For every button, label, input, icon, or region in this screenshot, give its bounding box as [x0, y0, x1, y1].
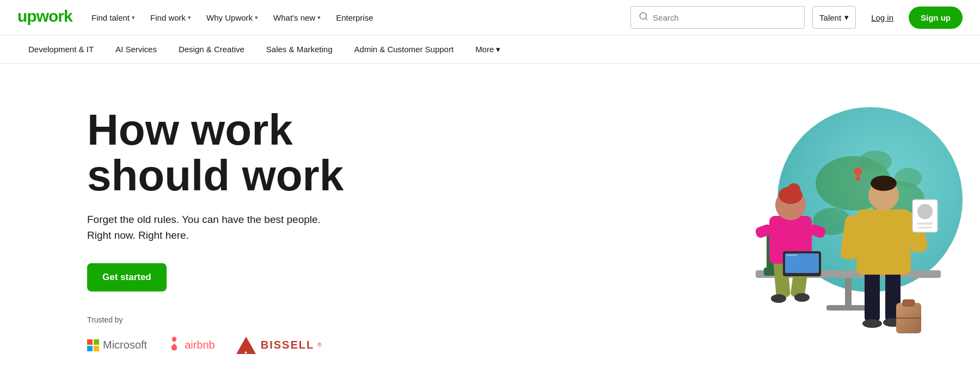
airbnb-text: airbnb	[185, 339, 215, 351]
find-work-chevron-icon: ▾	[188, 14, 191, 21]
svg-point-19	[771, 294, 786, 303]
hero-title: How work should work	[87, 107, 344, 198]
airbnb-logo: airbnb	[167, 336, 215, 355]
svg-rect-14	[826, 305, 870, 311]
airbnb-icon	[167, 336, 182, 355]
search-box[interactable]	[630, 6, 805, 29]
subnav-item-admin[interactable]: Admin & Customer Support	[344, 35, 465, 63]
nav-enterprise[interactable]: Enterprise	[336, 13, 373, 22]
subnav-item-ai[interactable]: AI Services	[105, 35, 168, 63]
search-input[interactable]	[653, 13, 797, 22]
svg-line-2	[646, 18, 647, 20]
microsoft-logo: Microsoft	[87, 339, 147, 351]
login-button[interactable]: Log in	[863, 9, 901, 27]
svg-rect-28	[785, 253, 819, 273]
upwork-logo[interactable]: upwork	[17, 7, 76, 29]
signup-button[interactable]: Sign up	[909, 7, 963, 29]
svg-rect-34	[856, 209, 911, 275]
bissell-logo: ▲ BISSELL ®	[235, 334, 322, 357]
subnav: Development & IT AI Services Design & Cr…	[0, 35, 980, 64]
trusted-section: Trusted by Microsoft	[87, 291, 344, 357]
nav-right: Talent ▾ Log in Sign up	[630, 6, 963, 29]
hero-section: How work should work Forget the old rule…	[0, 64, 980, 378]
nav-whats-new[interactable]: What's new ▾	[273, 13, 321, 22]
more-chevron-icon: ▾	[496, 45, 500, 54]
subnav-item-design[interactable]: Design & Creative	[168, 35, 255, 63]
hero-svg	[712, 91, 963, 352]
svg-rect-29	[786, 255, 797, 256]
nav-left: upwork Find talent ▾ Find work ▾ Why Upw…	[17, 7, 373, 29]
svg-text:upwork: upwork	[17, 7, 73, 25]
svg-rect-42	[918, 227, 932, 228]
svg-point-32	[862, 319, 882, 328]
svg-rect-30	[865, 270, 880, 322]
subnav-item-sales[interactable]: Sales & Marketing	[255, 35, 344, 63]
svg-point-38	[871, 176, 897, 191]
subnav-item-dev-it[interactable]: Development & IT	[17, 35, 105, 63]
talent-dropdown[interactable]: Talent ▾	[812, 6, 856, 29]
hero-illustration	[712, 91, 963, 330]
talent-chevron-icon: ▾	[844, 13, 849, 22]
svg-point-40	[917, 204, 933, 219]
subnav-item-more[interactable]: More ▾	[464, 35, 511, 63]
get-started-button[interactable]: Get started	[87, 263, 167, 291]
find-talent-chevron-icon: ▾	[132, 14, 135, 21]
why-upwork-chevron-icon: ▾	[255, 14, 258, 21]
svg-point-20	[794, 293, 810, 302]
whats-new-chevron-icon: ▾	[317, 14, 321, 21]
bissell-text: BISSELL	[261, 339, 314, 351]
microsoft-text: Microsoft	[103, 339, 147, 351]
svg-rect-41	[917, 222, 933, 225]
navbar: upwork Find talent ▾ Find work ▾ Why Upw…	[0, 0, 980, 35]
nav-why-upwork[interactable]: Why Upwork ▾	[206, 13, 258, 22]
hero-subtitle: Forget the old rules. You can have the b…	[87, 212, 344, 244]
microsoft-grid-icon	[87, 339, 99, 351]
svg-point-26	[787, 183, 800, 196]
hero-text: How work should work Forget the old rule…	[87, 96, 344, 357]
svg-rect-44	[903, 300, 915, 306]
nav-find-talent[interactable]: Find talent ▾	[91, 13, 135, 22]
trusted-label: Trusted by	[87, 315, 344, 324]
trusted-logos: Microsoft airbnb ▲	[87, 334, 344, 357]
nav-find-work[interactable]: Find work ▾	[150, 13, 191, 22]
svg-rect-13	[845, 278, 852, 308]
search-icon	[639, 11, 648, 24]
